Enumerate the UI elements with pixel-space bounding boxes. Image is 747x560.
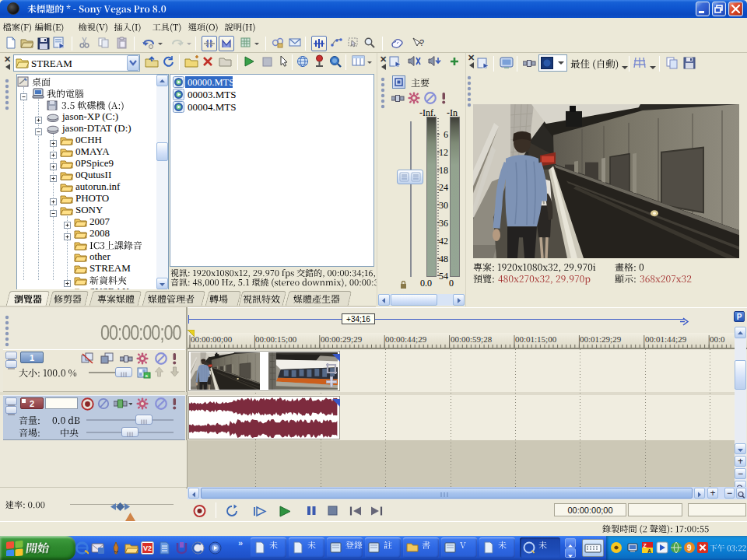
- svg-text:?: ?: [419, 38, 424, 47]
- svg-text:9: 9: [687, 544, 692, 552]
- svg-text:Z: Z: [644, 543, 647, 548]
- svg-text:V2: V2: [143, 544, 152, 552]
- svg-text:A: A: [647, 548, 651, 554]
